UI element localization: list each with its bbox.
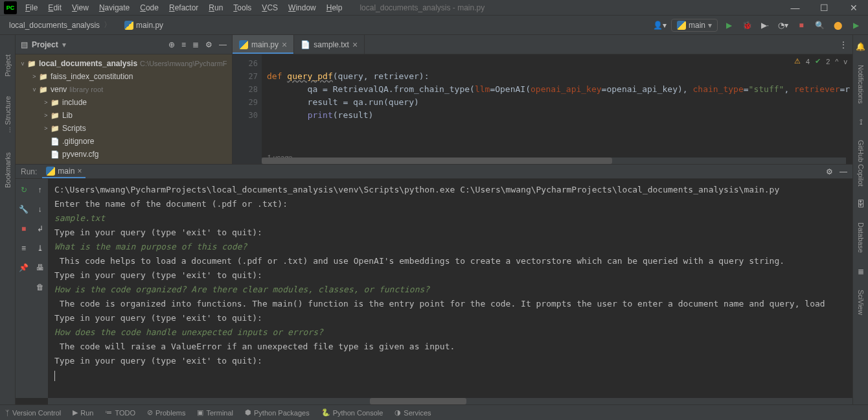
copilot-icon[interactable]: ⟟ <box>856 117 866 127</box>
tool-bookmarks[interactable]: Bookmarks <box>4 152 12 188</box>
down-icon[interactable]: ↓ <box>33 202 47 216</box>
tool-database[interactable]: Database <box>857 222 865 253</box>
menu-vcs[interactable]: VCS <box>257 1 282 14</box>
project-tool-window: ▤ Project ▾ ⊕ ≡ ≣ ⚙ — v <box>16 35 233 164</box>
text-file-icon: 📄 <box>301 40 310 49</box>
menu-file[interactable]: File <box>21 1 42 14</box>
layout-icon[interactable]: ≡ <box>17 241 31 255</box>
run-tool-window: Run: main × ⚙ — ↻ <box>16 165 852 404</box>
status-pyconsole[interactable]: 🐍 Python Console <box>321 408 383 417</box>
tree-item-lib[interactable]: >Lib <box>16 109 232 122</box>
right-tool-stripe: 🔔 Notifications ⟟ GitHub Copilot 🗄 Datab… <box>852 35 868 404</box>
editor-scrollbar[interactable] <box>262 158 846 164</box>
rerun-icon[interactable]: ↻ <box>17 183 31 197</box>
close-icon[interactable]: × <box>282 40 287 50</box>
run-tab-main[interactable]: main × <box>42 165 86 178</box>
tool-copilot[interactable]: GitHub Copilot <box>857 140 865 187</box>
run-button[interactable]: ▶ <box>722 18 736 32</box>
print-icon[interactable]: 🖶 <box>33 261 47 275</box>
wrench-icon[interactable]: 🔧 <box>17 202 31 216</box>
bell-icon[interactable]: 🔔 <box>856 41 866 52</box>
tool-project[interactable]: Project <box>4 54 12 76</box>
status-vcs[interactable]: ᛉ Version Control <box>5 409 61 417</box>
breadcrumb-project[interactable]: local_documents_analysis〉 <box>5 18 117 32</box>
tool-sciview[interactable]: SciView <box>857 290 865 315</box>
status-run[interactable]: ▶ Run <box>73 408 93 417</box>
menu-tools[interactable]: Tools <box>229 1 256 14</box>
menu-view[interactable]: View <box>67 1 93 14</box>
statusbar: ᛉ Version Control ▶ Run ≔ TODO ⊘ Problem… <box>0 404 868 420</box>
softwrap-icon[interactable]: ↲ <box>33 222 47 236</box>
pin-icon[interactable]: 📌 <box>17 261 31 275</box>
editor: main.py×📄sample.txt×⋮ 2627282930 def que… <box>233 35 852 164</box>
status-terminal[interactable]: ▣ Terminal <box>197 408 233 417</box>
menu-refactor[interactable]: Refactor <box>165 1 203 14</box>
ok-icon: ✔ <box>815 57 821 65</box>
user-icon[interactable]: 👤▾ <box>653 18 667 32</box>
tool-notifications[interactable]: Notifications <box>857 65 865 104</box>
status-problems[interactable]: ⊘ Problems <box>147 408 185 417</box>
menu-navigate[interactable]: Navigate <box>95 1 134 14</box>
project-title[interactable]: Project <box>32 40 58 49</box>
expand-all-icon[interactable]: ≡ <box>181 40 186 49</box>
scroll-icon[interactable]: ⤓ <box>33 241 47 255</box>
profile-button[interactable]: ◔▾ <box>776 18 790 32</box>
search-everywhere-icon[interactable]: 🔍 <box>812 18 827 32</box>
status-todo[interactable]: ≔ TODO <box>105 408 135 417</box>
python-file-icon <box>239 40 248 49</box>
close-icon[interactable]: × <box>352 40 358 50</box>
up-icon[interactable]: ↑ <box>33 183 47 197</box>
target-icon[interactable]: ⊕ <box>168 40 175 49</box>
settings-bulb-icon[interactable]: ⬤ <box>830 18 845 32</box>
python-icon <box>46 167 55 176</box>
code-content[interactable]: def query_pdf(query, retriever): qa = Re… <box>262 54 852 164</box>
collapse-all-icon[interactable]: ≣ <box>192 40 199 49</box>
run-scrollbar[interactable] <box>48 398 852 404</box>
database-icon[interactable]: 🗄 <box>856 199 866 209</box>
run-hide-icon[interactable]: — <box>839 167 847 176</box>
coverage-button[interactable]: ▶· <box>758 18 772 32</box>
tree-item-venv[interactable]: vvenvlibrary root <box>16 83 232 96</box>
tree-item-include[interactable]: >include <box>16 96 232 109</box>
menu-window[interactable]: Window <box>284 1 321 14</box>
tree-item--gitignore[interactable]: .gitignore <box>16 135 232 148</box>
settings-icon[interactable]: ⚙ <box>205 40 212 49</box>
stop-button[interactable]: ■ <box>794 18 808 32</box>
breadcrumb-file[interactable]: main.py <box>120 19 167 31</box>
menu-help[interactable]: Help <box>322 1 347 14</box>
tree-root[interactable]: v local_documents_analysis C:\Users\mwan… <box>16 57 232 70</box>
warning-icon: ⚠ <box>794 57 801 65</box>
close-button[interactable]: ✕ <box>839 0 868 16</box>
titlebar: PC FileEditViewNavigateCodeRefactorRunTo… <box>0 0 868 16</box>
menu-run[interactable]: Run <box>204 1 227 14</box>
run-config-selector[interactable]: main ▾ <box>671 19 718 32</box>
tab-main-py[interactable]: main.py× <box>233 35 294 54</box>
trash-icon[interactable]: 🗑 <box>33 280 47 294</box>
minimize-button[interactable]: — <box>781 0 810 16</box>
app-logo: PC <box>4 1 17 14</box>
maximize-button[interactable]: ☐ <box>810 0 839 16</box>
sciview-icon[interactable]: ≣ <box>856 266 866 277</box>
hide-icon[interactable]: — <box>219 40 227 49</box>
run-toolbar: ↻ 🔧 ■ ≡ 📌 ↑ ↓ ↲ ⤓ 🖶 <box>16 179 48 398</box>
status-services[interactable]: ◑ Services <box>394 408 431 417</box>
stop-icon[interactable]: ■ <box>17 222 31 236</box>
console-output[interactable]: C:\Users\mwang\PycharmProjects\local_doc… <box>48 179 852 398</box>
tabs-more[interactable]: ⋮ <box>834 35 852 54</box>
inspection-widget[interactable]: ⚠4 ✔2 ^v <box>794 57 847 65</box>
tree-item-scripts[interactable]: >Scripts <box>16 122 232 135</box>
run-settings-icon[interactable]: ⚙ <box>826 167 833 176</box>
project-view-icon: ▤ <box>21 40 28 49</box>
run-title: Run: <box>21 167 37 176</box>
tree-item-pyvenv-cfg[interactable]: pyvenv.cfg <box>16 148 232 161</box>
tab-sample-txt[interactable]: 📄sample.txt× <box>294 35 365 54</box>
execute-icon[interactable]: ▶ <box>849 18 863 32</box>
debug-button[interactable]: 🐞 <box>740 18 754 32</box>
tree-item-faiss-index-constitution[interactable]: >faiss_index_constitution <box>16 70 232 83</box>
tool-structure[interactable]: ... Structure <box>4 96 12 133</box>
menu-edit[interactable]: Edit <box>43 1 66 14</box>
navbar: local_documents_analysis〉 main.py 👤▾ mai… <box>0 16 868 35</box>
menu-code[interactable]: Code <box>135 1 163 14</box>
window-title: local_documents_analysis - main.py <box>360 3 485 12</box>
status-packages[interactable]: ⬢ Python Packages <box>245 408 310 417</box>
